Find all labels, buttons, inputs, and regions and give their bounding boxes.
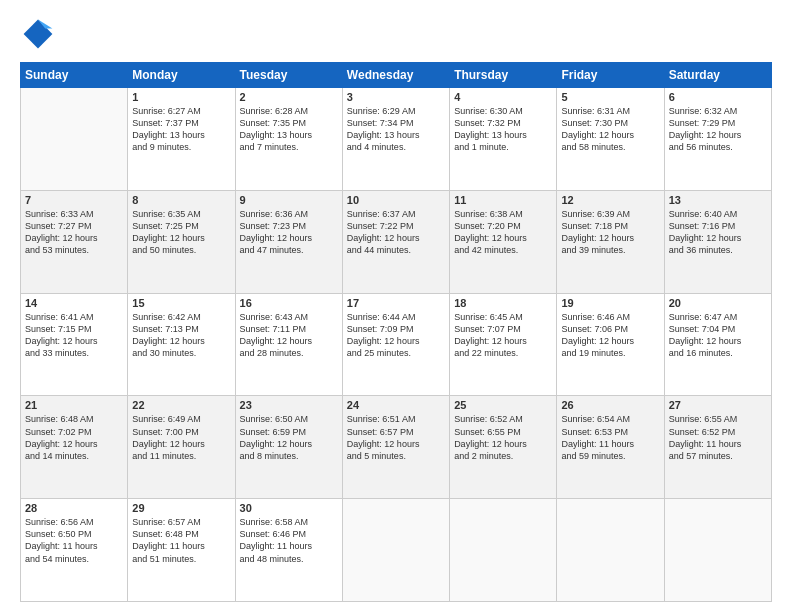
calendar-cell: 9Sunrise: 6:36 AM Sunset: 7:23 PM Daylig… [235, 190, 342, 293]
calendar-cell: 15Sunrise: 6:42 AM Sunset: 7:13 PM Dayli… [128, 293, 235, 396]
calendar-cell: 20Sunrise: 6:47 AM Sunset: 7:04 PM Dayli… [664, 293, 771, 396]
weekday-header-thursday: Thursday [450, 63, 557, 88]
day-number: 26 [561, 399, 659, 411]
weekday-header-friday: Friday [557, 63, 664, 88]
calendar-cell: 16Sunrise: 6:43 AM Sunset: 7:11 PM Dayli… [235, 293, 342, 396]
calendar-cell: 25Sunrise: 6:52 AM Sunset: 6:55 PM Dayli… [450, 396, 557, 499]
calendar-cell: 11Sunrise: 6:38 AM Sunset: 7:20 PM Dayli… [450, 190, 557, 293]
calendar-cell: 22Sunrise: 6:49 AM Sunset: 7:00 PM Dayli… [128, 396, 235, 499]
calendar-cell: 3Sunrise: 6:29 AM Sunset: 7:34 PM Daylig… [342, 88, 449, 191]
cell-info: Sunrise: 6:51 AM Sunset: 6:57 PM Dayligh… [347, 413, 445, 462]
calendar-cell: 24Sunrise: 6:51 AM Sunset: 6:57 PM Dayli… [342, 396, 449, 499]
day-number: 7 [25, 194, 123, 206]
calendar-cell: 4Sunrise: 6:30 AM Sunset: 7:32 PM Daylig… [450, 88, 557, 191]
cell-info: Sunrise: 6:30 AM Sunset: 7:32 PM Dayligh… [454, 105, 552, 154]
weekday-header-wednesday: Wednesday [342, 63, 449, 88]
day-number: 24 [347, 399, 445, 411]
cell-info: Sunrise: 6:49 AM Sunset: 7:00 PM Dayligh… [132, 413, 230, 462]
cell-info: Sunrise: 6:41 AM Sunset: 7:15 PM Dayligh… [25, 311, 123, 360]
cell-info: Sunrise: 6:48 AM Sunset: 7:02 PM Dayligh… [25, 413, 123, 462]
cell-info: Sunrise: 6:27 AM Sunset: 7:37 PM Dayligh… [132, 105, 230, 154]
cell-info: Sunrise: 6:55 AM Sunset: 6:52 PM Dayligh… [669, 413, 767, 462]
cell-info: Sunrise: 6:46 AM Sunset: 7:06 PM Dayligh… [561, 311, 659, 360]
weekday-header-tuesday: Tuesday [235, 63, 342, 88]
day-number: 21 [25, 399, 123, 411]
calendar-cell: 6Sunrise: 6:32 AM Sunset: 7:29 PM Daylig… [664, 88, 771, 191]
cell-info: Sunrise: 6:29 AM Sunset: 7:34 PM Dayligh… [347, 105, 445, 154]
day-number: 28 [25, 502, 123, 514]
day-number: 1 [132, 91, 230, 103]
day-number: 5 [561, 91, 659, 103]
day-number: 17 [347, 297, 445, 309]
calendar-cell: 30Sunrise: 6:58 AM Sunset: 6:46 PM Dayli… [235, 499, 342, 602]
cell-info: Sunrise: 6:42 AM Sunset: 7:13 PM Dayligh… [132, 311, 230, 360]
cell-info: Sunrise: 6:38 AM Sunset: 7:20 PM Dayligh… [454, 208, 552, 257]
calendar-cell: 23Sunrise: 6:50 AM Sunset: 6:59 PM Dayli… [235, 396, 342, 499]
calendar-cell [21, 88, 128, 191]
calendar-cell: 17Sunrise: 6:44 AM Sunset: 7:09 PM Dayli… [342, 293, 449, 396]
cell-info: Sunrise: 6:32 AM Sunset: 7:29 PM Dayligh… [669, 105, 767, 154]
cell-info: Sunrise: 6:50 AM Sunset: 6:59 PM Dayligh… [240, 413, 338, 462]
calendar-cell: 2Sunrise: 6:28 AM Sunset: 7:35 PM Daylig… [235, 88, 342, 191]
calendar-cell: 1Sunrise: 6:27 AM Sunset: 7:37 PM Daylig… [128, 88, 235, 191]
calendar-cell [342, 499, 449, 602]
calendar-cell [557, 499, 664, 602]
cell-info: Sunrise: 6:39 AM Sunset: 7:18 PM Dayligh… [561, 208, 659, 257]
calendar-cell: 13Sunrise: 6:40 AM Sunset: 7:16 PM Dayli… [664, 190, 771, 293]
day-number: 25 [454, 399, 552, 411]
cell-info: Sunrise: 6:45 AM Sunset: 7:07 PM Dayligh… [454, 311, 552, 360]
calendar-cell: 19Sunrise: 6:46 AM Sunset: 7:06 PM Dayli… [557, 293, 664, 396]
page: SundayMondayTuesdayWednesdayThursdayFrid… [0, 0, 792, 612]
day-number: 29 [132, 502, 230, 514]
day-number: 18 [454, 297, 552, 309]
weekday-header-saturday: Saturday [664, 63, 771, 88]
cell-info: Sunrise: 6:36 AM Sunset: 7:23 PM Dayligh… [240, 208, 338, 257]
calendar-cell: 10Sunrise: 6:37 AM Sunset: 7:22 PM Dayli… [342, 190, 449, 293]
day-number: 4 [454, 91, 552, 103]
calendar-cell: 28Sunrise: 6:56 AM Sunset: 6:50 PM Dayli… [21, 499, 128, 602]
day-number: 23 [240, 399, 338, 411]
svg-marker-0 [24, 20, 53, 49]
day-number: 3 [347, 91, 445, 103]
week-row-2: 7Sunrise: 6:33 AM Sunset: 7:27 PM Daylig… [21, 190, 772, 293]
calendar-cell: 27Sunrise: 6:55 AM Sunset: 6:52 PM Dayli… [664, 396, 771, 499]
day-number: 15 [132, 297, 230, 309]
day-number: 10 [347, 194, 445, 206]
cell-info: Sunrise: 6:47 AM Sunset: 7:04 PM Dayligh… [669, 311, 767, 360]
weekday-header-row: SundayMondayTuesdayWednesdayThursdayFrid… [21, 63, 772, 88]
day-number: 13 [669, 194, 767, 206]
cell-info: Sunrise: 6:57 AM Sunset: 6:48 PM Dayligh… [132, 516, 230, 565]
weekday-header-sunday: Sunday [21, 63, 128, 88]
week-row-1: 1Sunrise: 6:27 AM Sunset: 7:37 PM Daylig… [21, 88, 772, 191]
day-number: 12 [561, 194, 659, 206]
cell-info: Sunrise: 6:43 AM Sunset: 7:11 PM Dayligh… [240, 311, 338, 360]
day-number: 14 [25, 297, 123, 309]
calendar-cell: 18Sunrise: 6:45 AM Sunset: 7:07 PM Dayli… [450, 293, 557, 396]
calendar-cell: 5Sunrise: 6:31 AM Sunset: 7:30 PM Daylig… [557, 88, 664, 191]
day-number: 9 [240, 194, 338, 206]
cell-info: Sunrise: 6:54 AM Sunset: 6:53 PM Dayligh… [561, 413, 659, 462]
week-row-3: 14Sunrise: 6:41 AM Sunset: 7:15 PM Dayli… [21, 293, 772, 396]
header [20, 16, 772, 52]
day-number: 2 [240, 91, 338, 103]
cell-info: Sunrise: 6:33 AM Sunset: 7:27 PM Dayligh… [25, 208, 123, 257]
calendar-cell: 7Sunrise: 6:33 AM Sunset: 7:27 PM Daylig… [21, 190, 128, 293]
cell-info: Sunrise: 6:31 AM Sunset: 7:30 PM Dayligh… [561, 105, 659, 154]
calendar-table: SundayMondayTuesdayWednesdayThursdayFrid… [20, 62, 772, 602]
cell-info: Sunrise: 6:35 AM Sunset: 7:25 PM Dayligh… [132, 208, 230, 257]
calendar-cell: 21Sunrise: 6:48 AM Sunset: 7:02 PM Dayli… [21, 396, 128, 499]
cell-info: Sunrise: 6:56 AM Sunset: 6:50 PM Dayligh… [25, 516, 123, 565]
cell-info: Sunrise: 6:37 AM Sunset: 7:22 PM Dayligh… [347, 208, 445, 257]
day-number: 20 [669, 297, 767, 309]
logo [20, 16, 60, 52]
day-number: 8 [132, 194, 230, 206]
calendar-cell: 8Sunrise: 6:35 AM Sunset: 7:25 PM Daylig… [128, 190, 235, 293]
week-row-4: 21Sunrise: 6:48 AM Sunset: 7:02 PM Dayli… [21, 396, 772, 499]
cell-info: Sunrise: 6:58 AM Sunset: 6:46 PM Dayligh… [240, 516, 338, 565]
day-number: 19 [561, 297, 659, 309]
day-number: 27 [669, 399, 767, 411]
cell-info: Sunrise: 6:28 AM Sunset: 7:35 PM Dayligh… [240, 105, 338, 154]
day-number: 11 [454, 194, 552, 206]
calendar-cell: 29Sunrise: 6:57 AM Sunset: 6:48 PM Dayli… [128, 499, 235, 602]
day-number: 6 [669, 91, 767, 103]
